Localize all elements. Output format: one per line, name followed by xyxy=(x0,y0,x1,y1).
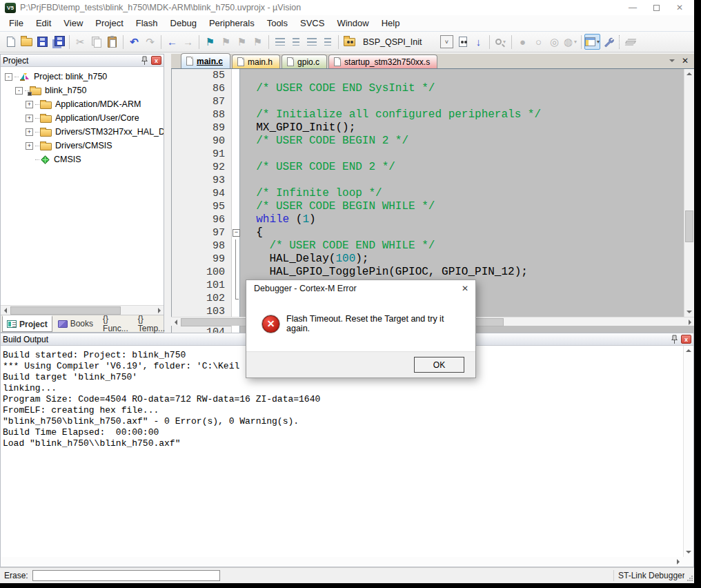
insert-breakpoint-button[interactable]: ● xyxy=(515,34,531,50)
code-line-99[interactable]: 99 HAL_Delay(100); xyxy=(172,253,684,266)
panel-tab-func[interactable]: {} Func... xyxy=(99,315,132,332)
tree-item-cmsis[interactable]: +CMSIS xyxy=(1,153,164,166)
scroll-up-icon[interactable] xyxy=(684,346,693,355)
tab-list-dropdown-icon[interactable] xyxy=(669,59,675,62)
menu-help[interactable]: Help xyxy=(375,17,406,30)
function-combobox[interactable]: BSP_QSPI_Init˅ xyxy=(359,35,453,48)
code-line-87[interactable]: 87 xyxy=(172,95,684,108)
panel-tab-books[interactable]: Books xyxy=(54,315,97,332)
redo-button[interactable]: ↷ xyxy=(142,34,158,50)
scroll-left-icon[interactable] xyxy=(171,318,180,326)
scroll-down-icon[interactable] xyxy=(684,308,693,316)
ok-button[interactable]: OK xyxy=(414,357,464,373)
expand-icon[interactable]: + xyxy=(26,115,33,122)
copy-button[interactable] xyxy=(88,34,104,50)
collapse-icon[interactable]: - xyxy=(15,87,23,95)
tree-item-drivers-stm32h7xx-hal-driv[interactable]: +Drivers/STM32H7xx_HAL_Driv xyxy=(1,125,164,139)
menu-window[interactable]: Window xyxy=(330,17,375,30)
code-line-96[interactable]: 96 while (1) xyxy=(172,213,684,226)
pin-icon[interactable] xyxy=(671,335,678,344)
chevron-down-icon[interactable]: ▾ xyxy=(574,39,577,45)
close-document-icon[interactable]: ✕ xyxy=(682,56,689,66)
scroll-down-icon[interactable] xyxy=(684,548,693,556)
scroll-right-icon[interactable] xyxy=(673,558,682,566)
hscroll-thumb[interactable] xyxy=(10,306,121,315)
scroll-left-icon[interactable] xyxy=(1,306,10,315)
code-line-91[interactable]: 91 xyxy=(172,148,684,161)
options-for-target-button[interactable]: ▾ xyxy=(584,34,600,50)
tab-startup-stm32h750xx-s[interactable]: startup_stm32h750xx.s xyxy=(328,55,437,68)
scroll-right-icon[interactable] xyxy=(685,318,694,326)
pin-icon[interactable] xyxy=(141,56,148,65)
minimize-button[interactable]: — xyxy=(621,1,644,14)
project-panel-close-icon[interactable]: x xyxy=(151,56,161,65)
collapse-icon[interactable]: - xyxy=(5,73,12,81)
menu-debug[interactable]: Debug xyxy=(164,17,203,30)
code-line-100[interactable]: 100 HAL_GPIO_TogglePin(GPIOC, GPIO_PIN_1… xyxy=(172,266,684,279)
navigate-back-button[interactable]: ← xyxy=(164,34,180,50)
function-combo-value[interactable]: BSP_QSPI_Init xyxy=(359,37,440,47)
disable-breakpoints-button[interactable]: ◎ xyxy=(546,34,562,50)
code-line-90[interactable]: 90 /* USER CODE BEGIN 2 */ xyxy=(172,135,684,148)
search-text-button[interactable] xyxy=(455,34,471,50)
tab-main-h[interactable]: main.h xyxy=(232,55,280,68)
menu-edit[interactable]: Edit xyxy=(30,17,57,30)
build-output-hscrollbar[interactable] xyxy=(1,557,693,567)
menu-tools[interactable]: Tools xyxy=(261,17,294,30)
close-button[interactable]: ✕ xyxy=(668,1,691,14)
tab-main-c[interactable]: main.c xyxy=(181,53,230,68)
vscroll-thumb[interactable] xyxy=(685,210,693,242)
cut-button[interactable]: ✂ xyxy=(72,34,88,50)
tree-item-project-blink-h750[interactable]: -Project: blink_h750 xyxy=(1,70,164,84)
build-output-vscrollbar[interactable] xyxy=(683,346,693,557)
toggle-bookmark-button[interactable]: ⚑ xyxy=(202,34,218,50)
open-file-button[interactable] xyxy=(19,34,34,50)
code-line-92[interactable]: 92 /* USER CODE END 2 */ xyxy=(172,161,684,174)
expand-icon[interactable]: + xyxy=(26,101,33,108)
code-line-86[interactable]: 86 /* USER CODE END SysInit */ xyxy=(172,82,684,95)
chevron-down-icon[interactable]: ▾ xyxy=(597,39,600,45)
configure-wrench-button[interactable] xyxy=(600,34,616,50)
code-line-85[interactable]: 85 xyxy=(172,69,684,82)
tree-item-application-user-core[interactable]: +Application/User/Core xyxy=(1,111,164,125)
manage-layers-button[interactable] xyxy=(622,34,638,50)
tree-item-blink-h750[interactable]: -blink_h750 xyxy=(1,84,164,97)
build-output-close-icon[interactable]: x xyxy=(681,335,691,344)
navigate-forward-button[interactable]: → xyxy=(180,34,196,50)
save-button[interactable] xyxy=(34,34,50,50)
indent-button[interactable] xyxy=(272,34,288,50)
kill-breakpoints-button[interactable]: ◍▾ xyxy=(562,34,578,50)
menu-file[interactable]: File xyxy=(3,17,30,30)
uncomment-button[interactable] xyxy=(319,34,335,50)
menu-peripherals[interactable]: Peripherals xyxy=(203,17,261,30)
code-line-89[interactable]: 89 MX_GPIO_Init(); xyxy=(172,121,684,135)
scroll-up-icon[interactable] xyxy=(684,70,693,78)
chevron-down-icon[interactable]: ˅ xyxy=(440,35,453,48)
project-panel-hscrollbar[interactable] xyxy=(1,305,164,315)
fold-collapse-icon[interactable] xyxy=(231,226,240,239)
expand-icon[interactable]: + xyxy=(26,142,33,150)
code-line-94[interactable]: 94 /* Infinite loop */ xyxy=(172,187,684,200)
menu-project[interactable]: Project xyxy=(89,17,129,30)
editor-vscrollbar[interactable] xyxy=(684,69,694,317)
scroll-right-icon[interactable] xyxy=(155,306,164,315)
tree-item-application-mdk-arm[interactable]: +Application/MDK-ARM xyxy=(1,97,164,111)
menu-flash[interactable]: Flash xyxy=(130,17,164,30)
quick-search-button[interactable]: ▾ xyxy=(493,34,509,50)
tree-item-drivers-cmsis[interactable]: +Drivers/CMSIS xyxy=(1,139,164,153)
expand-icon[interactable]: + xyxy=(26,128,33,136)
clear-bookmarks-button[interactable]: ⚑ xyxy=(250,34,266,50)
next-bookmark-button[interactable]: ⚑ xyxy=(234,34,250,50)
undo-button[interactable]: ↶ xyxy=(126,34,142,50)
code-line-88[interactable]: 88 /* Initialize all configured peripher… xyxy=(172,108,684,121)
code-line-95[interactable]: 95 /* USER CODE BEGIN WHILE */ xyxy=(172,200,684,213)
code-line-93[interactable]: 93 xyxy=(172,174,684,187)
panel-splitter[interactable] xyxy=(164,54,171,333)
resize-grip-icon[interactable] xyxy=(687,576,693,581)
incremental-find-button[interactable]: ↓ xyxy=(471,34,486,50)
dialog-close-icon[interactable]: ✕ xyxy=(455,280,475,296)
code-line-97[interactable]: 97 { xyxy=(172,226,684,239)
comment-button[interactable] xyxy=(304,34,319,50)
new-file-button[interactable] xyxy=(3,34,19,50)
chevron-down-icon[interactable]: ▾ xyxy=(503,39,506,45)
